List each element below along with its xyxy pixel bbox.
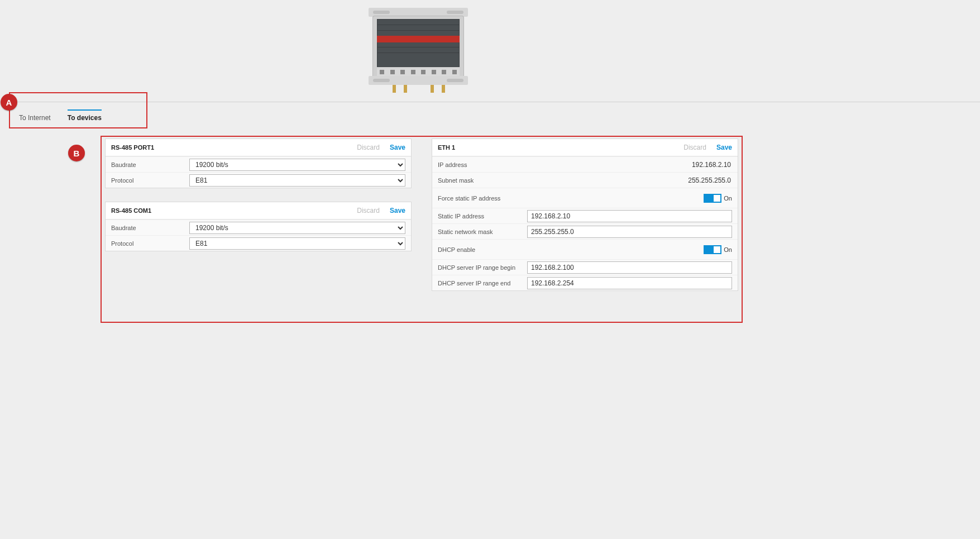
- dhcp-end-label: DHCP server IP range end: [438, 280, 527, 287]
- protocol-select-com1[interactable]: E81: [189, 237, 405, 250]
- save-button-rs485-port1[interactable]: Save: [390, 144, 405, 151]
- callout-badge-a: A: [1, 94, 17, 111]
- content-area: A To Internet To devices B RS-485 PORT1 …: [9, 102, 980, 539]
- discard-button-rs485-com1[interactable]: Discard: [357, 207, 380, 214]
- protocol-label-port1: Protocol: [111, 177, 189, 184]
- callout-badge-b: B: [68, 145, 85, 161]
- right-column: ETH 1 Discard Save IP address 192.168.2.…: [432, 139, 738, 304]
- ip-address-label: IP address: [438, 161, 527, 168]
- dhcp-begin-input[interactable]: [527, 261, 732, 274]
- static-ip-label: Static IP address: [438, 213, 527, 220]
- dhcp-enable-state: On: [724, 246, 732, 253]
- dhcp-begin-label: DHCP server IP range begin: [438, 264, 527, 271]
- panel-rs485-com1: RS-485 COM1 Discard Save Baudrate 19200 …: [105, 202, 412, 251]
- force-static-toggle[interactable]: [704, 194, 721, 203]
- baudrate-select-com1[interactable]: 19200 bit/s: [189, 222, 405, 234]
- discard-button-rs485-port1[interactable]: Discard: [357, 144, 380, 151]
- device-banner: [0, 0, 980, 102]
- static-mask-input[interactable]: [527, 226, 732, 238]
- force-static-label: Force static IP address: [438, 195, 527, 202]
- panels-container: RS-485 PORT1 Discard Save Baudrate 19200…: [105, 139, 738, 304]
- tab-to-internet[interactable]: To Internet: [18, 107, 52, 124]
- baudrate-label-com1: Baudrate: [111, 225, 189, 231]
- panel-rs485-port1: RS-485 PORT1 Discard Save Baudrate 19200…: [105, 139, 412, 188]
- save-button-rs485-com1[interactable]: Save: [390, 207, 405, 214]
- baudrate-select-port1[interactable]: 19200 bit/s: [189, 159, 405, 171]
- discard-button-eth1[interactable]: Discard: [683, 144, 706, 151]
- tab-to-devices[interactable]: To devices: [66, 107, 103, 124]
- tabs-highlight-box: To Internet To devices: [9, 92, 147, 128]
- page-root: A To Internet To devices B RS-485 PORT1 …: [0, 0, 980, 539]
- protocol-label-com1: Protocol: [111, 240, 189, 247]
- dhcp-enable-toggle[interactable]: [704, 245, 721, 254]
- ip-address-value: 192.168.2.10: [527, 161, 732, 169]
- baudrate-label-port1: Baudrate: [111, 161, 189, 168]
- subnet-mask-value: 255.255.255.0: [527, 177, 732, 184]
- panel-title-eth1: ETH 1: [438, 144, 455, 151]
- save-button-eth1[interactable]: Save: [716, 144, 732, 151]
- left-column: RS-485 PORT1 Discard Save Baudrate 19200…: [105, 139, 412, 304]
- static-mask-label: Static network mask: [438, 228, 527, 235]
- force-static-state: On: [724, 195, 732, 202]
- dhcp-enable-label: DHCP enable: [438, 246, 527, 253]
- panel-title-rs485-com1: RS-485 COM1: [111, 207, 151, 214]
- panel-title-rs485-port1: RS-485 PORT1: [111, 144, 154, 151]
- panel-eth1: ETH 1 Discard Save IP address 192.168.2.…: [432, 139, 738, 291]
- protocol-select-port1[interactable]: E81: [189, 174, 405, 187]
- device-image: [369, 8, 468, 93]
- dhcp-end-input[interactable]: [527, 277, 732, 289]
- subnet-mask-label: Subnet mask: [438, 177, 527, 184]
- static-ip-input[interactable]: [527, 210, 732, 222]
